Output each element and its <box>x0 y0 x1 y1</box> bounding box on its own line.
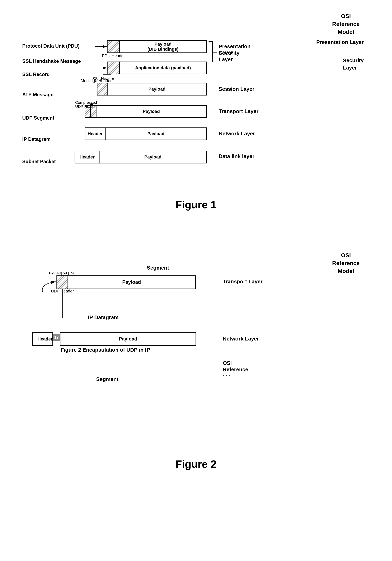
pdu-hatch-box <box>107 41 119 53</box>
compressed-udp-text1: Compressed <box>75 100 97 105</box>
app-data-text: Application data (payload) <box>135 65 191 70</box>
osi-ref-bottom2: Reference <box>223 367 248 373</box>
compressed-udp-text2: UDP Header <box>75 104 97 109</box>
datalink-layer-text: Data link layer <box>219 153 254 159</box>
udp-bits-text: 1-2| 3-4| 5-6| 7-8| <box>48 271 76 275</box>
header-17-text: 17 <box>54 335 59 339</box>
osi-ref-bottom3: · · · <box>223 372 230 378</box>
presentation-layer-text2: Layer <box>219 49 233 55</box>
ip-datagram-label-fig2: IP Datagram <box>88 314 118 320</box>
figure2-diagram: Segment 1-2| 3-4| 5-6| 7-8| UDP Header P… <box>16 259 361 411</box>
figure1-diagram: Protocol Data Unit (PDU) SSL Handshake M… <box>16 24 361 183</box>
ip-datagram-label: IP Datagram <box>22 136 51 142</box>
ip-payload-text: Payload <box>147 131 165 136</box>
security-layer-right: SecurityLayer <box>343 57 364 72</box>
ip-header-text: Header <box>88 131 103 136</box>
payload-dib-text2: (DIB Bindings) <box>148 47 179 52</box>
figure1-title: Figure 1 <box>175 199 217 211</box>
atp-message-label: ATP Message <box>22 92 53 97</box>
security-layer-text2: Layer <box>219 56 233 62</box>
udp-segment-label: UDP Segment <box>22 115 54 121</box>
subnet-header-text: Header <box>80 154 95 160</box>
ssl-record-label: SSL Record <box>22 72 50 77</box>
pdu-label: Protocol Data Unit (PDU) <box>22 43 80 49</box>
figure2-title: Figure 2 <box>175 458 217 470</box>
udp-bits-box <box>57 276 68 289</box>
session-payload-text: Payload <box>148 86 165 92</box>
network-layer-fig2: Network Layer <box>223 336 259 342</box>
ip-header-text-fig2: Header <box>37 336 53 342</box>
msg-hatch-box <box>97 83 107 95</box>
pdu-header-label: PDU Header <box>102 54 125 58</box>
fig2-caption: Figure 2 Encapsulation of UDP in IP <box>61 347 150 353</box>
network-layer-text: Network Layer <box>219 130 255 137</box>
ssl-handshake-label: SSL Handshake Message <box>22 58 81 64</box>
transport-layer-fig2: Transport Layer <box>223 279 263 285</box>
figure2-section: OSI Reference Model Segment 1-2| 3-4| 5-… <box>16 251 376 454</box>
segment-label: Segment <box>147 265 169 271</box>
segment-payload-text: Payload <box>122 279 141 285</box>
figure1-section: OSI Reference Model Protocol Data Unit (… <box>16 12 376 194</box>
osi-ref-bottom1: OSI <box>223 360 232 366</box>
figure2-title-container: Figure 2 <box>16 458 376 470</box>
payload-dib-text1: Payload <box>155 42 172 47</box>
figure1-title-container: Figure 1 <box>16 199 376 211</box>
transport-layer-text: Transport Layer <box>219 108 258 114</box>
ssl-hatch-box <box>107 62 119 74</box>
subnet-packet-label: Subnet Packet <box>22 159 56 164</box>
subnet-payload-text: Payload <box>144 154 161 160</box>
msg-header-text: Message Header <box>81 78 112 83</box>
presentation-layer-right: Presentation Layer <box>316 39 364 46</box>
session-layer-text: Session Layer <box>219 86 254 92</box>
segment-label-bottom: Segment <box>96 376 118 382</box>
page: OSI Reference Model Protocol Data Unit (… <box>0 0 392 561</box>
transport-payload-text: Payload <box>143 109 160 114</box>
ip-payload-text-fig2: Payload <box>119 336 137 342</box>
presentation-layer-text1: Presentation <box>219 43 251 49</box>
